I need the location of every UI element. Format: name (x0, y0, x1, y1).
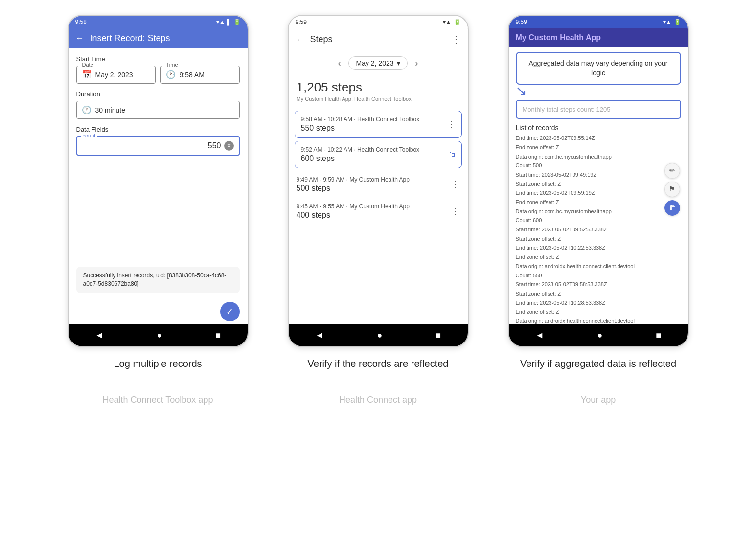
phone1-caption-sub: Health Connect Toolbox app (103, 395, 213, 405)
phone1-section: 9:58 ▾▲ ▌ 🔋 ← Insert Record: Steps Start… (55, 15, 261, 405)
time-value: 9:58 AM (180, 71, 205, 79)
phone2-status-bar: 9:59 ▾▲ 🔋 (289, 16, 468, 28)
date-field[interactable]: Date 📅 May 2, 2023 (76, 66, 156, 84)
phone1-status-bar: 9:58 ▾▲ ▌ 🔋 (69, 16, 248, 28)
home-nav-button[interactable]: ● (157, 330, 162, 341)
record-detail-line-12: Start zone offset: Z (516, 234, 681, 244)
phone2-bottom-nav: ◄ ● ■ (289, 324, 468, 346)
record-detail-line-13: End time: 2023-05-02T10:22:53.338Z (516, 243, 681, 252)
phone2-home-nav[interactable]: ● (377, 330, 383, 341)
phone3-time: 9:59 (516, 19, 527, 25)
record1-menu[interactable]: ⋮ (447, 119, 456, 130)
duration-label: Duration (76, 91, 240, 98)
record-detail-line-5: Start time: 2023-05-02T09:49:19Z (516, 170, 681, 180)
back-nav-button[interactable]: ◄ (95, 330, 104, 341)
wifi-icon: ▾▲ (216, 19, 225, 25)
record2-steps: 600 steps (301, 154, 420, 163)
phone1-divider (55, 383, 261, 383)
record-detail-line-21: Data origin: androidx.health.connect.cli… (516, 317, 681, 324)
date-value: May 2, 2023 (95, 71, 133, 79)
record-item-3[interactable]: 9:49 AM - 9:59 AM · My Custom Health App… (289, 171, 468, 198)
phone1-frame: 9:58 ▾▲ ▌ 🔋 ← Insert Record: Steps Start… (68, 15, 249, 347)
phone3-back-nav[interactable]: ◄ (535, 330, 544, 341)
time-field[interactable]: Time 🕐 9:58 AM (160, 66, 240, 84)
record-detail-line-8: End zone offset: Z (516, 198, 681, 207)
record4-menu[interactable]: ⋮ (451, 206, 460, 217)
calendar-icon: 📅 (82, 70, 92, 79)
phone2-back-nav[interactable]: ◄ (315, 330, 324, 341)
phone3-frame: 9:59 ▾▲ 🔋 My Custom Health App Aggregate… (508, 15, 689, 347)
phone1-back-button[interactable]: ← (75, 33, 84, 44)
signal-icon: ▌ (227, 19, 231, 25)
record-item-1[interactable]: 9:58 AM - 10:28 AM · Health Connect Tool… (295, 111, 462, 138)
phone2-date-chip[interactable]: May 2, 2023 ▾ (348, 56, 407, 70)
phone3-home-nav[interactable]: ● (597, 330, 603, 341)
main-container: 9:58 ▾▲ ▌ 🔋 ← Insert Record: Steps Start… (10, 15, 746, 405)
phone2-recents-nav[interactable]: ■ (435, 330, 441, 341)
phone2-frame: 9:59 ▾▲ 🔋 ← Steps ⋮ ‹ May 2, 2023 ▾ (288, 15, 469, 347)
edit-delete-buttons: ✏ ⚑ 🗑 (664, 163, 680, 216)
phone1-app-bar-title: Insert Record: Steps (90, 33, 241, 44)
phone3-arrow-icon: ↙ (516, 83, 527, 99)
phone2-caption: Verify if the records are reflected (308, 357, 449, 370)
phone3-tooltip: Aggregated data may vary depending on yo… (516, 52, 681, 85)
record-detail-line-7: End time: 2023-05-02T09:59:19Z (516, 188, 681, 198)
phone3-content: Aggregated data may vary depending on yo… (509, 47, 688, 324)
record-detail-line-19: End time: 2023-05-02T10:28:53.338Z (516, 298, 681, 308)
clock-icon: 🕐 (166, 70, 176, 79)
phone2-prev-date[interactable]: ‹ (338, 58, 341, 68)
phone2-record-list: 9:58 AM - 10:28 AM · Health Connect Tool… (289, 104, 468, 324)
start-time-label: Start Time (76, 55, 240, 63)
phone2-caption-sub: Health Connect app (339, 395, 417, 405)
phone1-status-icons: ▾▲ ▌ 🔋 (216, 19, 240, 25)
flag-button[interactable]: ⚑ (664, 182, 680, 197)
phone2-divider (275, 383, 481, 383)
phone3-recents-nav[interactable]: ■ (656, 330, 661, 341)
duration-field[interactable]: 🕐 30 minute (76, 101, 240, 119)
record-item-4[interactable]: 9:45 AM - 9:55 AM · My Custom Health App… (289, 198, 468, 225)
phone3-app-title: My Custom Health App (516, 33, 681, 42)
clear-button[interactable]: ✕ (224, 141, 234, 151)
record-detail-line-4: Count: 500 (516, 161, 681, 170)
record-item-2[interactable]: 9:52 AM - 10:22 AM · Health Connect Tool… (295, 141, 462, 168)
insert-button[interactable]: ✓ (220, 302, 240, 321)
record-detail-line-16: Count: 550 (516, 271, 681, 280)
time-label: Time (165, 62, 180, 68)
edit-button[interactable]: ✏ (664, 163, 680, 179)
record-detail-line-6: Start zone offset: Z (516, 180, 681, 189)
record-detail-line-20: End zone offset: Z (516, 307, 681, 317)
record3-menu[interactable]: ⋮ (451, 179, 460, 190)
phone2-steps-source: My Custom Health App, Health Connect Too… (297, 96, 460, 102)
phone3-tooltip-text: Aggregated data may vary depending on yo… (528, 59, 667, 77)
phone3-section: 9:59 ▾▲ 🔋 My Custom Health App Aggregate… (496, 15, 701, 405)
phone2-menu-icon[interactable]: ⋮ (451, 33, 461, 45)
phone1-time: 9:58 (75, 19, 87, 25)
record-detail-line-10: Count: 600 (516, 216, 681, 225)
date-label: Date (81, 62, 95, 68)
phone3-caption-sub: Your app (581, 395, 616, 405)
phone1-caption: Log multiple records (114, 357, 202, 370)
phone3-arrow-connector: ↙ (509, 83, 688, 99)
phone2-wifi-icon: ▾▲ (443, 19, 452, 25)
phone3-status-icons: ▾▲ 🔋 (663, 19, 681, 25)
start-time-row: Date 📅 May 2, 2023 Time 🕐 9:58 AM (76, 66, 240, 84)
recents-nav-button[interactable]: ■ (215, 330, 221, 341)
phone2-time: 9:59 (296, 19, 307, 25)
record3-time: 9:49 AM - 9:59 AM · My Custom Health App (297, 176, 410, 183)
record-detail-line-18: Start zone offset: Z (516, 289, 681, 298)
record4-time: 9:45 AM - 9:55 AM · My Custom Health App (297, 203, 410, 210)
phone3-app-header: My Custom Health App (509, 28, 688, 47)
record-detail-line-14: End zone offset: Z (516, 252, 681, 262)
phone3-divider (496, 383, 701, 383)
count-field[interactable]: count 550 ✕ (76, 136, 240, 156)
phone1-content: Start Time Date 📅 May 2, 2023 Time 🕐 9:5… (69, 48, 248, 324)
phone3-monthly-total: Monthly total steps count: 1205 (516, 100, 681, 119)
record1-time: 9:58 AM - 10:28 AM · Health Connect Tool… (301, 116, 420, 123)
delete-button[interactable]: 🗑 (664, 200, 680, 216)
success-toast: Successfully insert records, uid: [8383b… (76, 267, 240, 293)
phone2-status-icons: ▾▲ 🔋 (443, 19, 461, 25)
phone3-records-detail: End time: 2023-05-02T09:55:14Z End zone … (509, 134, 688, 324)
phone2-dropdown-icon: ▾ (397, 59, 400, 67)
phone2-next-date[interactable]: › (415, 58, 418, 68)
phone2-back-button[interactable]: ← (296, 34, 305, 45)
